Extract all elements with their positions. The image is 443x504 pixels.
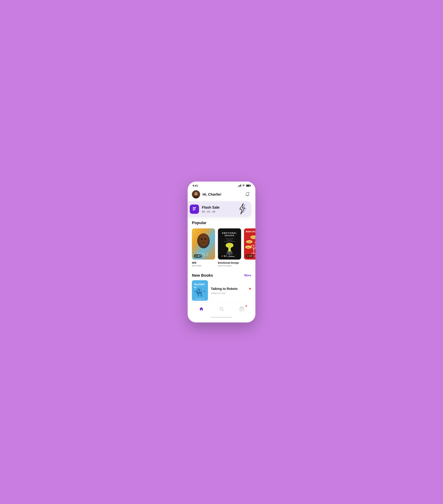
- main-content: Popular: [188, 220, 255, 301]
- svg-point-3: [195, 194, 196, 194]
- svg-text:Marilyn: Marilyn: [247, 241, 251, 243]
- svg-point-46: [253, 244, 255, 246]
- new-book-info: Talking to Robots ♥ Johanson Kay: [211, 287, 251, 294]
- svg-text:(OR HATE): (OR HATE): [227, 240, 232, 241]
- new-books-header: New Books More: [192, 273, 251, 278]
- book-cover-will: WILL ★ 4.7: [192, 228, 215, 260]
- phone-screen: 9:41: [188, 181, 255, 319]
- svg-text:Gary Moore: Gary Moore: [255, 242, 255, 244]
- home-icon: [199, 306, 204, 312]
- new-book-title-talking-to-robots: Talking to Robots: [211, 287, 249, 291]
- book-card-name-dropping[interactable]: Name Dropping John Rogers Marilyn Gary M…: [244, 228, 255, 267]
- svg-text:Jack L.: Jack L.: [247, 247, 250, 248]
- outer-background: 9:41: [182, 174, 261, 330]
- book-card-emotional-design[interactable]: EMOTIONAL DESIGN: [218, 228, 241, 267]
- header: Hi, Charlie!: [188, 188, 255, 201]
- rating-badge-will: ★ 4.7: [194, 254, 202, 258]
- svg-rect-59: [198, 294, 199, 297]
- svg-text:JOHANSON KAY: JOHANSON KAY: [195, 298, 205, 300]
- svg-text:TO: TO: [194, 286, 196, 288]
- home-indicator: [211, 317, 232, 318]
- search-icon: [219, 306, 224, 312]
- book-title-will: Will: [192, 261, 215, 264]
- svg-text:EMOTIONAL: EMOTIONAL: [222, 232, 237, 234]
- new-books-section-title: New Books: [192, 273, 213, 278]
- book-title-emotional: Emotional Design: [218, 261, 241, 264]
- svg-text:TALKING: TALKING: [194, 283, 205, 286]
- svg-rect-7: [193, 209, 196, 210]
- book-author-emotional: Kate Forrester: [218, 265, 241, 267]
- rating-badge-emotional: ★ 4.7: [220, 254, 228, 258]
- status-bar: 9:41: [188, 181, 255, 188]
- favorite-icon[interactable]: ♥: [249, 287, 251, 291]
- flash-icon-circle: [190, 204, 199, 214]
- new-book-author-talking-to-robots: Johanson Kay: [211, 292, 251, 294]
- svg-rect-57: [194, 291, 196, 292]
- svg-rect-8: [193, 210, 195, 210]
- cart-badge: [245, 305, 247, 307]
- svg-rect-21: [228, 245, 231, 252]
- cart-icon: [239, 306, 244, 312]
- svg-line-63: [222, 310, 223, 311]
- notification-button[interactable]: [244, 191, 251, 198]
- svg-point-4: [196, 194, 197, 194]
- svg-rect-60: [201, 294, 202, 297]
- rating-badge-name-dropping: ★ 4.7: [245, 254, 254, 258]
- greeting-text: Hi, Charlie!: [203, 192, 222, 197]
- flash-sale-banner[interactable]: Flash Sale 00 : 02 : 45: [188, 201, 251, 217]
- nav-item-search[interactable]: [216, 306, 227, 313]
- svg-point-54: [198, 290, 199, 291]
- bottom-nav: [188, 303, 255, 315]
- avatar: [192, 190, 200, 198]
- svg-rect-5: [193, 207, 196, 208]
- new-book-title-row: Talking to Robots ♥: [211, 287, 251, 291]
- popular-section-title: Popular: [192, 220, 251, 225]
- svg-point-1: [194, 192, 198, 196]
- svg-rect-6: [193, 208, 195, 209]
- svg-text:John Rogers: John Rogers: [250, 237, 255, 238]
- new-book-item-talking-to-robots[interactable]: TALKING TO: [192, 280, 251, 301]
- status-icons: [238, 184, 250, 187]
- notification-dot: [248, 192, 250, 193]
- nav-item-cart[interactable]: [236, 306, 247, 313]
- svg-point-15: [205, 238, 206, 240]
- svg-rect-58: [204, 291, 205, 292]
- svg-point-62: [220, 307, 223, 310]
- book-cover-emotional-design: EMOTIONAL DESIGN: [218, 228, 241, 260]
- phone-frame: 9:41: [188, 181, 255, 323]
- status-time: 9:41: [193, 184, 198, 187]
- svg-point-14: [201, 238, 202, 240]
- svg-text:DESIGN: DESIGN: [225, 234, 234, 237]
- svg-point-55: [200, 290, 201, 291]
- nav-item-home[interactable]: [196, 306, 207, 313]
- book-author-will: Will Smith: [192, 265, 215, 267]
- header-left: Hi, Charlie!: [192, 190, 222, 198]
- svg-point-13: [198, 234, 209, 246]
- signal-bars-icon: [238, 185, 241, 187]
- lightning-graphic: [236, 203, 248, 216]
- svg-text:WHY WE LOVE: WHY WE LOVE: [226, 238, 233, 239]
- book-cover-name-dropping: Name Dropping John Rogers Marilyn Gary M…: [244, 228, 255, 260]
- more-link[interactable]: More: [244, 274, 251, 277]
- svg-rect-53: [198, 288, 199, 289]
- svg-text:EVERYDAY THINGS: EVERYDAY THINGS: [225, 241, 234, 242]
- wifi-icon: [242, 184, 245, 187]
- new-book-cover-talking-to-robots: TALKING TO: [192, 280, 208, 301]
- svg-text:Name Dropping: Name Dropping: [246, 230, 255, 233]
- battery-icon: [246, 185, 250, 187]
- popular-books-list: WILL ★ 4.7 Will Will Smith: [192, 228, 251, 268]
- book-card-will[interactable]: WILL ★ 4.7 Will Will Smith: [192, 228, 215, 267]
